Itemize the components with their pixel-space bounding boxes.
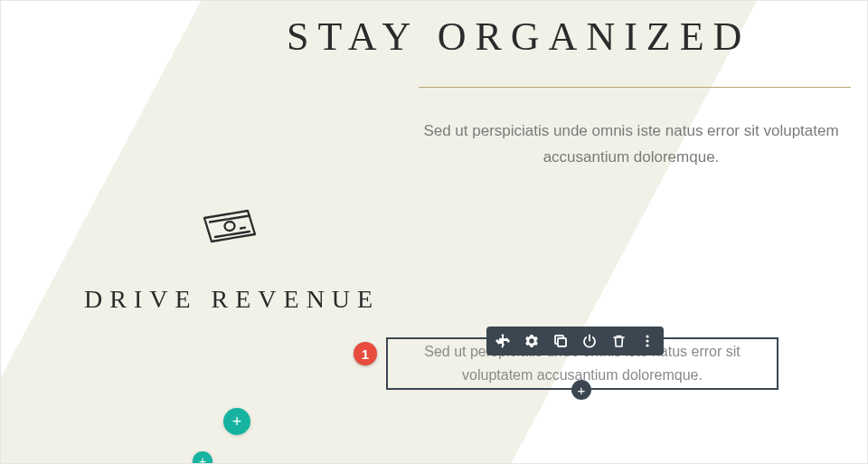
hero-divider — [419, 87, 851, 88]
background-stripe — [1, 1, 867, 463]
money-icon — [203, 209, 259, 247]
svg-point-3 — [224, 221, 235, 232]
hero-title: STAY ORGANIZED — [287, 14, 750, 60]
hero-body: Sed ut perspiciatis unde omnis iste natu… — [410, 118, 853, 171]
svg-line-4 — [241, 228, 245, 229]
move-icon[interactable] — [494, 332, 512, 350]
svg-rect-6 — [558, 338, 566, 346]
module-toolbar — [486, 327, 664, 355]
svg-point-9 — [646, 344, 648, 346]
svg-point-7 — [646, 335, 648, 337]
gear-icon[interactable] — [523, 332, 541, 350]
duplicate-icon[interactable] — [552, 332, 570, 350]
power-icon[interactable] — [580, 332, 599, 350]
section2-title: DRIVE REVENUE — [84, 285, 380, 314]
add-module-below-button[interactable]: + — [571, 380, 591, 400]
annotation-marker-1: 1 — [354, 342, 377, 365]
add-module-button[interactable]: + — [223, 408, 250, 435]
trash-icon[interactable] — [609, 332, 627, 350]
more-icon[interactable] — [638, 332, 656, 350]
svg-point-8 — [646, 339, 648, 342]
